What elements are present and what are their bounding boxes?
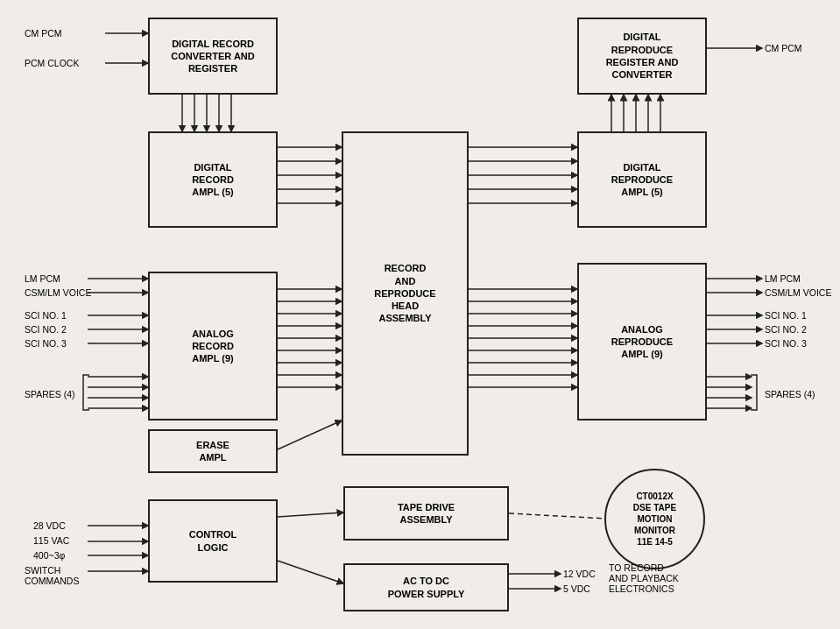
digital-record-converter-label: DIGITAL RECORDCONVERTER ANDREGISTER [171,38,255,75]
digital-record-ampl-label: DIGITALRECORDAMPL (5) [192,161,234,199]
v12-label: 12 VDC [563,569,596,579]
sci-2-out-label: SCI NO. 2 [765,324,807,335]
to-record-label: TO RECORDAND PLAYBACKELECTRONICS [609,562,679,594]
sci-2-in-label: SCI NO. 2 [25,324,67,335]
v28-label: 28 VDC [33,520,66,531]
svg-line-41 [278,421,342,449]
lm-pcm-in-label: LM PCM [25,273,60,284]
freq-label: 400~3φ [33,550,65,561]
digital-reproduce-ampl-label: DIGITALREPRODUCEAMPL (5) [611,161,673,199]
cm-pcm-in-label: CM PCM [25,28,62,39]
svg-line-61 [278,561,343,583]
analog-reproduce-ampl-label: ANALOGREPRODUCEAMPL (9) [611,323,673,361]
spares-out-label: SPARES (4) [765,389,815,399]
pcm-clock-label: PCM CLOCK [25,58,79,68]
csm-lm-voice-out-label: CSM/LM VOICE [765,287,831,298]
v5-label: 5 VDC [563,583,590,594]
record-reproduce-head-label: RECORDANDREPRODUCEHEADASSEMBLY [374,262,435,324]
dse-tape-monitor-block: CT0012XDSE TAPEMOTIONMONITOR11E 14-5 [604,469,705,569]
digital-reproduce-register-block: DIGITALREPRODUCEREGISTER ANDCONVERTER [577,18,707,95]
control-logic-block: CONTROLLOGIC [148,499,278,583]
digital-reproduce-ampl-block: DIGITALREPRODUCEAMPL (5) [577,131,707,228]
digital-record-converter-block: DIGITAL RECORDCONVERTER ANDREGISTER [148,18,278,95]
lm-pcm-out-label: LM PCM [765,273,801,284]
cm-pcm-out-label: CM PCM [765,43,802,53]
analog-reproduce-ampl-block: ANALOGREPRODUCEAMPL (9) [577,263,707,421]
sci-1-out-label: SCI NO. 1 [765,310,807,321]
diagram: DIGITAL RECORDCONVERTER ANDREGISTER DIGI… [0,0,840,629]
sci-1-in-label: SCI NO. 1 [25,310,67,321]
ac-dc-power-block: AC TO DCPOWER SUPPLY [343,563,509,611]
switch-label: SWITCHCOMMANDS [25,565,79,586]
analog-record-ampl-block: ANALOGRECORDAMPL (9) [148,272,278,421]
tape-drive-assembly-block: TAPE DRIVEASSEMBLY [343,486,509,541]
tape-drive-assembly-label: TAPE DRIVEASSEMBLY [398,501,455,527]
csm-lm-voice-in-label: CSM/LM VOICE [25,287,91,298]
svg-line-62 [509,513,607,519]
v115-label: 115 VAC [33,535,69,546]
control-logic-label: CONTROLLOGIC [189,528,236,554]
spares-in-label: SPARES (4) [25,389,75,399]
dse-tape-monitor-label: CT0012XDSE TAPEMOTIONMONITOR11E 14-5 [633,491,676,548]
ac-dc-power-label: AC TO DCPOWER SUPPLY [388,575,465,600]
svg-line-60 [278,512,343,517]
digital-record-ampl-block: DIGITALRECORDAMPL (5) [148,131,278,228]
sci-3-in-label: SCI NO. 3 [25,338,67,349]
erase-ampl-block: ERASEAMPL [148,429,278,473]
erase-ampl-label: ERASEAMPL [196,439,229,464]
sci-3-out-label: SCI NO. 3 [765,338,807,349]
analog-record-ampl-label: ANALOGRECORDAMPL (9) [192,328,234,365]
digital-reproduce-register-label: DIGITALREPRODUCEREGISTER ANDCONVERTER [606,31,679,81]
record-reproduce-head-block: RECORDANDREPRODUCEHEADASSEMBLY [342,131,469,456]
